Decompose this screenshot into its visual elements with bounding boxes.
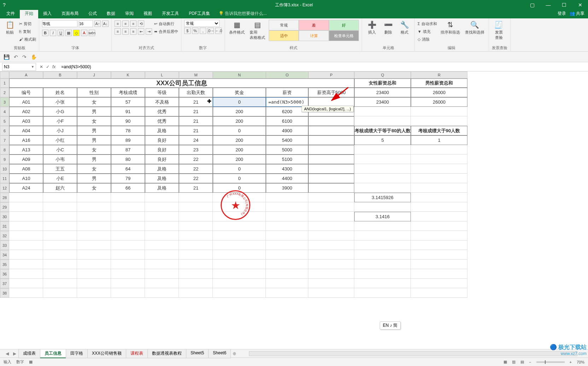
row-header-32[interactable]: 32 [0,231,9,240]
cell-J33[interactable] [77,240,111,250]
cell-J37[interactable] [77,279,111,288]
cell-A6[interactable]: A04 [9,126,43,135]
decrease-font-icon[interactable]: A↓ [102,21,109,27]
cell-M4[interactable]: 21 [179,107,213,116]
cell-O3[interactable]: =and(N3>5000) [266,97,308,107]
cell-O30[interactable] [266,212,308,221]
cell-Q28[interactable]: 3.1415926 [354,193,411,202]
cell-K10[interactable]: 64 [111,164,145,174]
cell-L5[interactable]: 优秀 [145,116,179,126]
help-icon[interactable]: ? [3,2,6,8]
cell-Q38[interactable] [354,288,411,298]
cell-O12[interactable]: 3900 [266,183,308,193]
cell-M10[interactable]: 22 [179,164,213,174]
cell-A30[interactable] [9,212,43,221]
cell-Q12[interactable] [354,183,411,193]
cell-B33[interactable] [43,240,77,250]
cond-format-button[interactable]: ▦条件格式 [228,20,246,36]
cell-Q2[interactable]: 23400 [354,88,411,97]
cell-Q3[interactable]: 23400 [354,97,411,107]
cell-A28[interactable] [9,193,43,202]
cell-K3[interactable]: 57 [111,97,145,107]
cell-B3[interactable]: 小张 [43,97,77,107]
sheet-nav-next-icon[interactable]: ▶ [11,351,18,356]
cell-B34[interactable] [43,250,77,260]
row-header-30[interactable]: 30 [0,212,9,221]
cell-K32[interactable] [111,231,145,240]
cell-A4[interactable]: A02 [9,107,43,116]
cell-O28[interactable] [266,193,308,202]
delete-cells-button[interactable]: ➖删除 [381,20,395,36]
row-header-11[interactable]: 11 [0,174,9,183]
cell-L32[interactable] [145,231,179,240]
cell-J35[interactable] [77,260,111,269]
cell-A10[interactable]: A08 [9,164,43,174]
cell-M9[interactable]: 22 [179,155,213,164]
style-good[interactable]: 好 [329,20,359,30]
cell-N31[interactable] [213,221,266,231]
cell-L8[interactable]: 良好 [145,145,179,155]
cell-Q6[interactable]: 考核成绩大于等于80的人数 [354,126,411,135]
cell-J6[interactable]: 男 [77,126,111,135]
cell-J2[interactable]: 性别 [77,88,111,97]
cell-A32[interactable] [9,231,43,240]
cell-B32[interactable] [43,231,77,240]
table-format-button[interactable]: ▤套用 表格格式 [248,20,267,41]
cell-A9[interactable]: A09 [9,155,43,164]
font-color-icon[interactable]: A [81,30,87,36]
cell-O32[interactable] [266,231,308,240]
wrap-text-button[interactable]: ↩ 自动换行 [154,20,178,28]
cell-A37[interactable] [9,279,43,288]
increase-font-icon[interactable]: A↑ [94,21,101,27]
zoom-level[interactable]: 70% [577,360,584,364]
cell-N5[interactable]: 200 [213,116,266,126]
cell-P9[interactable] [308,155,354,164]
indent-right-icon[interactable]: ⇥ [146,28,152,35]
sheet-tab-7[interactable]: Sheet6 [208,349,231,358]
cell-Q1[interactable]: 女性薪资总和 [354,79,411,88]
cell-R9[interactable] [411,155,467,164]
italic-icon[interactable]: I [50,30,56,36]
cell-J5[interactable]: 女 [77,116,111,126]
cell-R1[interactable]: 男性薪资总和 [411,79,467,88]
cell-A29[interactable] [9,202,43,212]
tab-home[interactable]: 开始 [20,9,38,18]
cell-O29[interactable] [266,202,308,212]
style-neutral[interactable]: 适中 [269,30,299,41]
orientation-icon[interactable]: ⟲ [138,21,144,27]
cell-N38[interactable] [213,288,266,298]
style-calc[interactable]: 计算 [299,30,329,41]
autosum-button[interactable]: Σ 自动求和 [418,20,437,28]
cell-M6[interactable]: 21 [179,126,213,135]
cell-R31[interactable] [411,221,467,231]
cell-R36[interactable] [411,269,467,279]
cell-O2[interactable]: 薪资 [266,88,308,97]
cell-M29[interactable] [179,202,213,212]
cell-K2[interactable]: 考核成绩 [111,88,145,97]
cell-J3[interactable]: 女 [77,97,111,107]
spreadsheet-grid[interactable]: ABJKLMNOPQR1XXX公司员工信息女性薪资总和男性薪资总和2编号姓名性别… [0,71,588,349]
sheet-tab-3[interactable]: XXX公司销售额 [87,349,126,358]
cell-N7[interactable]: 200 [213,135,266,145]
row-header-31[interactable]: 31 [0,221,9,231]
cell-B36[interactable] [43,269,77,279]
name-box[interactable]: N3▼ [2,63,36,71]
cell-R5[interactable] [411,116,467,126]
cell-L2[interactable]: 等级 [145,88,179,97]
row-header-38[interactable]: 38 [0,288,9,298]
col-header-P[interactable]: P [308,71,354,79]
cell-P12[interactable] [308,183,354,193]
select-all-corner[interactable] [0,71,9,79]
row-header-8[interactable]: 8 [0,145,9,155]
cell-P34[interactable] [308,250,354,260]
cell-B28[interactable] [43,193,77,202]
cell-M33[interactable] [179,240,213,250]
align-top-icon[interactable]: ≡ [115,21,121,27]
bold-icon[interactable]: B [42,30,48,36]
cell-J7[interactable]: 男 [77,135,111,145]
cell-R8[interactable] [411,145,467,155]
cell-M12[interactable]: 21 [179,183,213,193]
cell-B10[interactable]: 王五 [43,164,77,174]
cell-A36[interactable] [9,269,43,279]
cell-A11[interactable]: A10 [9,174,43,183]
